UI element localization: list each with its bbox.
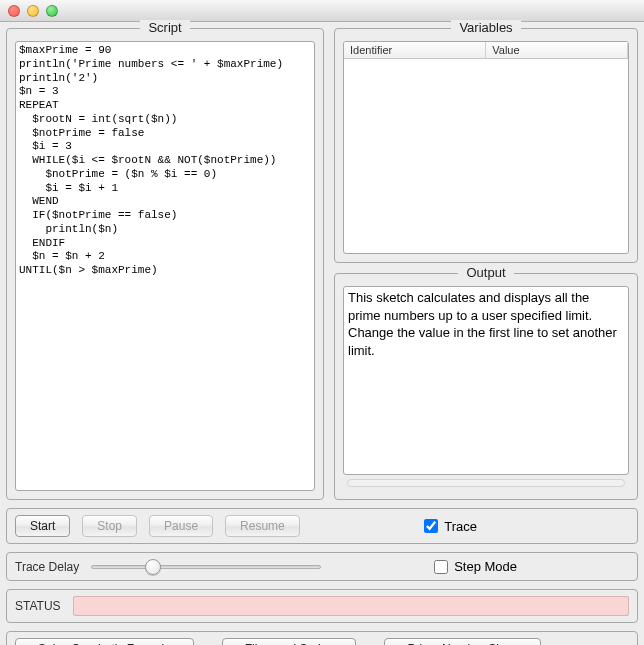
resume-button[interactable]: Resume <box>225 515 300 537</box>
script-panel-title: Script <box>140 20 189 35</box>
quadratic-button[interactable]: Solve Quadratic Formula <box>15 638 194 645</box>
trace-checkbox-wrap[interactable]: Trace <box>424 519 477 534</box>
step-mode-wrap[interactable]: Step Mode <box>434 559 517 574</box>
trace-checkbox[interactable] <box>424 519 438 533</box>
variables-table: Identifier Value <box>344 42 628 59</box>
script-panel: Script $maxPrime = 90 println('Prime num… <box>6 28 324 500</box>
close-icon[interactable] <box>8 5 20 17</box>
window-titlebar <box>0 0 644 22</box>
variables-col-value[interactable]: Value <box>486 42 628 59</box>
variables-col-identifier[interactable]: Identifier <box>344 42 486 59</box>
fibonacci-button[interactable]: Fibonacci Series <box>222 638 357 645</box>
script-editor[interactable]: $maxPrime = 90 println('Prime numbers <=… <box>15 41 315 491</box>
status-label: STATUS <box>15 599 61 613</box>
trace-row: Trace Delay Step Mode <box>6 552 638 581</box>
zoom-icon[interactable] <box>46 5 58 17</box>
controls-row: Start Stop Pause Resume Trace <box>6 508 638 544</box>
script-text[interactable]: $maxPrime = 90 println('Prime numbers <=… <box>16 42 314 490</box>
status-bar <box>73 596 629 616</box>
variables-panel: Variables Identifier Value <box>334 28 638 263</box>
trace-delay-label: Trace Delay <box>15 560 79 574</box>
trace-label: Trace <box>444 519 477 534</box>
step-mode-label: Step Mode <box>454 559 517 574</box>
variables-panel-title: Variables <box>451 20 520 35</box>
variables-table-wrap: Identifier Value <box>343 41 629 254</box>
output-scrollbar[interactable] <box>347 479 625 487</box>
examples-row: Solve Quadratic Formula Fibonacci Series… <box>6 631 638 645</box>
minimize-icon[interactable] <box>27 5 39 17</box>
step-mode-checkbox[interactable] <box>434 560 448 574</box>
output-text: This sketch calculates and displays all … <box>344 287 628 361</box>
output-panel: Output This sketch calculates and displa… <box>334 273 638 500</box>
output-area[interactable]: This sketch calculates and displays all … <box>343 286 629 475</box>
output-panel-title: Output <box>458 265 513 280</box>
pause-button[interactable]: Pause <box>149 515 213 537</box>
sieve-button[interactable]: Prime Number Sieve <box>384 638 541 645</box>
stop-button[interactable]: Stop <box>82 515 137 537</box>
trace-delay-slider[interactable] <box>91 565 321 569</box>
status-row: STATUS <box>6 589 638 623</box>
start-button[interactable]: Start <box>15 515 70 537</box>
